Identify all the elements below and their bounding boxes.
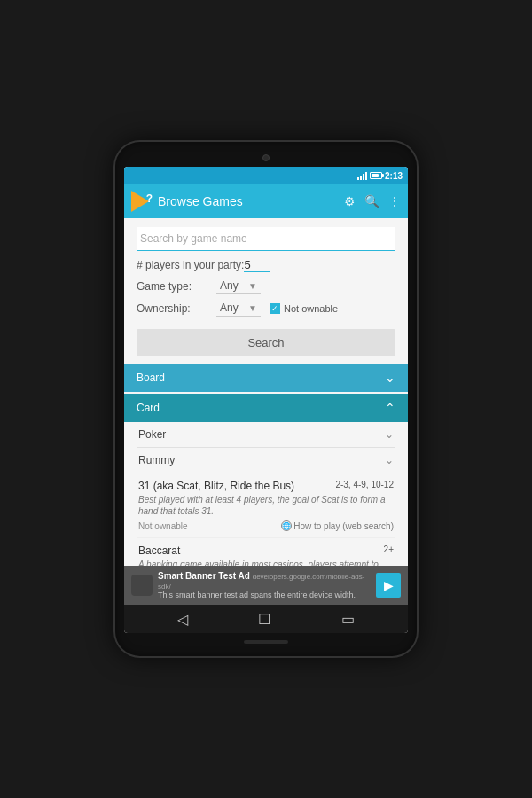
game-31-footer: Not ownable 🌐 How to play (web search) xyxy=(138,520,394,531)
not-ownable-label: Not ownable xyxy=(284,303,338,314)
home-indicator xyxy=(244,640,288,644)
game-type-value: Any xyxy=(220,279,245,292)
app-bar: ? Browse Games ⚙ 🔍 ⋮ xyxy=(124,184,408,218)
smart-banner[interactable]: Smart Banner Test Ad developers.google.c… xyxy=(124,566,408,605)
rummy-chevron-icon: ⌄ xyxy=(385,454,394,466)
game-31-header-row: 31 (aka Scat, Blitz, Ride the Bus) 2-3, … xyxy=(138,480,394,492)
players-row: # players in your party: xyxy=(137,258,395,272)
not-ownable-checkbox[interactable]: ✓ xyxy=(270,303,280,314)
screen: 2:13 ? Browse Games ⚙ 🔍 ⋮ Search by game… xyxy=(124,167,408,633)
rummy-label: Rummy xyxy=(138,454,175,466)
more-icon[interactable]: ⋮ xyxy=(388,194,401,208)
tablet-device: 2:13 ? Browse Games ⚙ 🔍 ⋮ Search by game… xyxy=(115,142,417,656)
board-chevron-icon: ⌄ xyxy=(385,371,395,385)
game-baccarat-header-row: Baccarat 2+ xyxy=(138,544,394,557)
game-31-name: 31 (aka Scat, Blitz, Ride the Bus) xyxy=(138,480,330,492)
search-button[interactable]: Search xyxy=(137,329,395,356)
logo-question: ? xyxy=(146,192,153,205)
ownership-select[interactable]: Any ▼ xyxy=(216,300,261,317)
game-31-ownership: Not ownable xyxy=(138,521,188,531)
game-item-baccarat: Baccarat 2+ A banking game available in … xyxy=(137,538,395,566)
ownership-arrow: ▼ xyxy=(248,303,257,313)
ownership-row: Ownership: Any ▼ ✓ Not ownable xyxy=(137,300,395,317)
recent-button[interactable]: ▭ xyxy=(341,611,355,628)
back-button[interactable]: ◁ xyxy=(177,611,188,628)
ownership-value: Any xyxy=(220,301,245,314)
game-type-select[interactable]: Any ▼ xyxy=(216,278,261,294)
device-bottom xyxy=(124,633,408,644)
banner-app-icon xyxy=(131,575,153,596)
content-area: Search by game name # players in your pa… xyxy=(124,218,408,566)
ownership-label: Ownership: xyxy=(137,302,216,315)
game-baccarat-name: Baccarat xyxy=(138,544,379,557)
settings-icon[interactable]: ⚙ xyxy=(344,194,356,208)
game-31-web-search[interactable]: 🌐 How to play (web search) xyxy=(281,520,394,531)
game-baccarat-desc: A banking game available in most casinos… xyxy=(138,559,394,566)
globe-icon: 🌐 xyxy=(281,520,292,531)
players-label: # players in your party: xyxy=(137,259,244,271)
battery-icon xyxy=(370,172,382,179)
status-time: 2:13 xyxy=(385,171,403,181)
category-card-header[interactable]: Card ⌃ xyxy=(124,394,408,422)
game-baccarat-players: 2+ xyxy=(384,544,394,554)
sub-category-rummy[interactable]: Rummy ⌄ xyxy=(137,448,395,473)
game-31-players: 2-3, 4-9, 10-12 xyxy=(335,480,394,489)
banner-title-label: Smart Banner Test Ad xyxy=(158,571,250,581)
game-31-web-search-label: How to play (web search) xyxy=(293,521,394,531)
category-board-label: Board xyxy=(137,372,165,384)
status-icons: 2:13 xyxy=(357,171,403,181)
category-board-header[interactable]: Board ⌄ xyxy=(124,364,408,392)
game-type-row: Game type: Any ▼ xyxy=(137,278,395,294)
front-camera xyxy=(262,154,270,161)
game-type-arrow: ▼ xyxy=(248,281,257,291)
poker-chevron-icon: ⌄ xyxy=(385,428,394,441)
device-top xyxy=(124,154,408,167)
search-icon[interactable]: 🔍 xyxy=(364,194,379,208)
not-ownable-checkbox-row[interactable]: ✓ Not ownable xyxy=(270,303,338,314)
game-type-label: Game type: xyxy=(137,280,216,293)
game-item-31: 31 (aka Scat, Blitz, Ride the Bus) 2-3, … xyxy=(137,473,395,538)
card-chevron-icon: ⌃ xyxy=(385,401,395,415)
app-bar-icons: ⚙ 🔍 ⋮ xyxy=(344,194,401,208)
home-button[interactable]: ☐ xyxy=(258,611,270,628)
nav-bar: ◁ ☐ ▭ xyxy=(124,605,408,633)
app-title: Browse Games xyxy=(158,194,339,208)
game-31-desc: Best played with at least 4 players, the… xyxy=(138,494,394,517)
banner-arrow-button[interactable]: ▶ xyxy=(376,573,401,598)
banner-description: This smart banner test ad spans the enti… xyxy=(158,591,371,599)
category-card-label: Card xyxy=(137,402,160,414)
checkbox-checkmark: ✓ xyxy=(271,304,278,313)
status-bar: 2:13 xyxy=(124,167,408,184)
players-input[interactable] xyxy=(244,258,270,272)
game-name-search-field[interactable]: Search by game name xyxy=(137,227,395,251)
banner-text-block: Smart Banner Test Ad developers.google.c… xyxy=(158,571,371,599)
banner-title: Smart Banner Test Ad developers.google.c… xyxy=(158,571,371,591)
signal-icon xyxy=(357,171,367,180)
sub-category-poker[interactable]: Poker ⌄ xyxy=(137,422,395,448)
app-logo: ? xyxy=(131,191,153,212)
poker-label: Poker xyxy=(138,428,166,441)
